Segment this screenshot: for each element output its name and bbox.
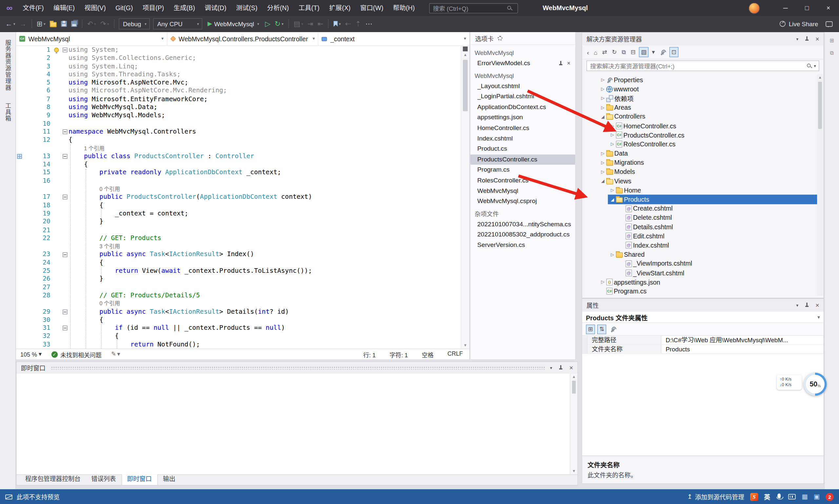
code-line[interactable]: 29 public async Task<IActionResult> Deta… [16, 308, 461, 316]
scroll-down-icon[interactable]: ▼ [570, 468, 577, 474]
fold-margin[interactable] [61, 275, 69, 283]
menu-item[interactable]: 窗口(W) [355, 0, 388, 16]
tree-expander[interactable]: ▷ [599, 96, 606, 101]
show-all-files-icon[interactable]: ▨ [639, 47, 649, 57]
notification-badge[interactable]: 2 [825, 493, 834, 501]
fold-margin[interactable] [61, 160, 69, 169]
scrollbar-thumb[interactable] [463, 60, 468, 111]
menu-item[interactable]: 帮助(H) [388, 0, 419, 16]
property-row[interactable]: 完整路径 D:\C#学习\Web 应用\WebMvcMysql\WebM... [582, 336, 823, 345]
code-cleanup-button[interactable]: ✎▾ [107, 351, 124, 358]
docked-tool-icon[interactable]: ⧉ [830, 50, 834, 56]
refresh-icon[interactable]: ↻ [610, 47, 618, 57]
add-to-source-control-button[interactable]: ↥ 添加到源代码管理 [687, 492, 744, 501]
nav-backward-icon[interactable]: ←▾ [4, 17, 17, 30]
window-position-icon[interactable]: ▾ [796, 37, 798, 41]
pin-icon[interactable] [805, 36, 809, 41]
tree-item[interactable]: ◢Controllers [582, 112, 823, 121]
tree-item[interactable]: ▷Shared [582, 250, 823, 259]
fold-collapse-icon[interactable] [62, 154, 67, 159]
tree-item[interactable]: Edit.cshtml [582, 232, 823, 241]
fold-margin[interactable] [61, 201, 69, 210]
tree-item[interactable]: ▷Areas [582, 103, 823, 112]
scroll-up-icon[interactable]: ▲ [817, 74, 823, 80]
breakpoint-margin[interactable] [16, 152, 23, 160]
pin-icon[interactable] [559, 365, 563, 371]
tree-expander[interactable]: ▷ [599, 280, 606, 285]
breakpoint-margin[interactable] [16, 210, 23, 218]
document-tab-item[interactable]: WebMvcMysql.csproj [470, 196, 575, 206]
tree-expander[interactable]: ◢ [599, 179, 606, 184]
tree-expander[interactable]: ▷ [599, 87, 606, 92]
fold-margin[interactable] [61, 300, 69, 308]
fold-collapse-icon[interactable] [62, 326, 67, 331]
fold-margin[interactable] [61, 128, 69, 136]
fold-margin[interactable] [61, 193, 69, 201]
fold-collapse-icon[interactable] [62, 195, 67, 200]
immediate-scrollbar[interactable]: ▲ ▼ [570, 374, 577, 474]
fold-collapse-icon[interactable] [62, 129, 67, 134]
editor-vertical-scrollbar[interactable]: ▲ ▼ [461, 46, 469, 348]
breakpoint-margin[interactable] [16, 95, 23, 103]
tree-expander[interactable]: ▷ [599, 105, 606, 110]
more-commands-icon[interactable]: ⋯ [364, 17, 374, 30]
code-line[interactable]: 28 // GET: Products/Details/5 [16, 291, 461, 300]
breakpoint-margin[interactable] [16, 332, 23, 341]
fold-margin[interactable] [61, 185, 69, 193]
breakpoint-margin[interactable] [16, 275, 23, 283]
menu-item[interactable]: 项目(P) [138, 0, 169, 16]
breadcrumb-class[interactable]: WebMvcMysql.Controllers.ProductsControll… [167, 32, 318, 46]
categorized-icon[interactable]: ⊞ [586, 324, 595, 334]
tree-item[interactable]: _ViewImports.cshtml [582, 259, 823, 268]
breakpoint-margin[interactable] [16, 267, 23, 275]
docked-tool-icon[interactable]: ⊞ [829, 37, 834, 43]
sogou-clipboard-icon[interactable]: ▣ [814, 493, 820, 500]
breakpoint-margin[interactable] [16, 177, 23, 185]
microphone-icon[interactable] [778, 493, 781, 499]
nav-forward-icon[interactable]: → [18, 17, 28, 30]
breakpoint-margin[interactable] [16, 259, 23, 267]
close-icon[interactable]: × [567, 58, 571, 69]
code-line[interactable]: 5using Microsoft.AspNetCore.Mvc; [16, 78, 461, 87]
solution-platforms-combo[interactable]: Any CPU▾ [153, 18, 202, 30]
live-share-button[interactable]: Live Share [780, 21, 818, 27]
breakpoint-margin[interactable] [16, 169, 23, 177]
close-button[interactable]: × [818, 0, 839, 16]
code-line[interactable]: 30 { [16, 316, 461, 324]
fold-margin[interactable] [61, 120, 69, 128]
menu-item[interactable]: 调试(D) [200, 0, 231, 16]
tree-item[interactable]: Details.cshtml [582, 222, 823, 232]
breakpoint-margin[interactable] [16, 111, 23, 120]
document-health-indicator[interactable]: 未找到相关问题 [46, 350, 107, 359]
tree-item[interactable]: ▷Properties [582, 75, 823, 85]
code-line[interactable]: 32 { [16, 332, 461, 341]
tree-expander[interactable]: ▷ [599, 160, 606, 165]
fold-margin[interactable] [61, 136, 69, 144]
tree-item[interactable]: ▷RolesController.cs [582, 140, 823, 149]
window-position-icon[interactable]: ▾ [796, 303, 798, 308]
sogou-toolbox-icon[interactable]: ▦ [802, 493, 808, 500]
solution-explorer-header[interactable]: 解决方案资源管理器 ▾ × [582, 33, 823, 46]
hot-reload-icon[interactable]: ↻▾ [273, 17, 285, 30]
breakpoint-margin[interactable] [16, 87, 23, 95]
code-line[interactable]: 14 { [16, 160, 461, 169]
immediate-window-header[interactable]: 即时窗口 ▾ × [17, 362, 577, 374]
code-line[interactable]: 26 } [16, 275, 461, 283]
drag-grip[interactable] [51, 366, 545, 370]
code-line[interactable]: 31 if (id == null || _context.Products =… [16, 324, 461, 332]
fold-margin[interactable] [61, 341, 69, 349]
fold-margin[interactable] [61, 283, 69, 291]
tree-item[interactable]: ▷wwwroot [582, 85, 823, 94]
home-icon[interactable]: ⌂ [592, 47, 599, 57]
fold-margin[interactable] [61, 144, 69, 152]
fold-margin[interactable] [61, 70, 69, 78]
start-debugging-button[interactable]: ▶WebMvcMysql▾ [204, 17, 263, 30]
breakpoint-margin[interactable] [16, 291, 23, 300]
fold-collapse-icon[interactable] [62, 48, 67, 53]
breakpoint-margin[interactable] [16, 234, 23, 242]
scrollbar-thumb[interactable] [818, 82, 822, 129]
fold-margin[interactable] [61, 210, 69, 218]
tree-expander[interactable]: ▷ [609, 133, 616, 138]
menu-item[interactable]: 分析(N) [262, 0, 294, 16]
tree-item[interactable]: ▷HomeController.cs [582, 122, 823, 131]
